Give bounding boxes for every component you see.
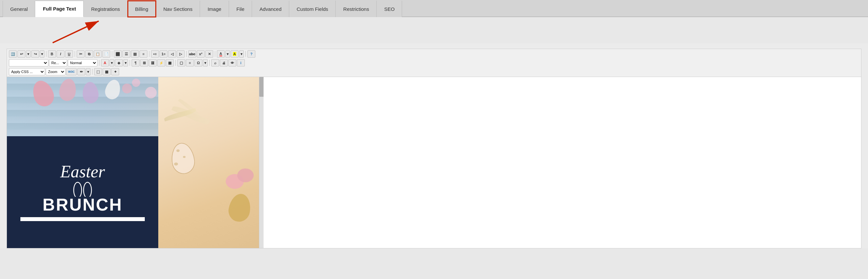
tab-billing[interactable]: Billing: [128, 1, 156, 17]
editor-image-area: Easter BRUNCH: [7, 77, 264, 248]
find-button[interactable]: ⌕: [211, 59, 219, 66]
font-color2-icon: A: [104, 61, 106, 65]
tab-bar: General Full Page Text Registrations Bil…: [0, 0, 868, 17]
underline-icon: U: [68, 52, 70, 56]
remove-format-button[interactable]: ✕: [205, 50, 213, 58]
tab-file[interactable]: File: [229, 1, 252, 17]
editor-body[interactable]: Easter BRUNCH: [7, 77, 861, 248]
separator7: [245, 51, 246, 57]
brunch-label: BRUNCH: [42, 196, 122, 213]
table2-button[interactable]: ▦: [166, 59, 174, 66]
highlight-dropdown[interactable]: ▾: [239, 50, 244, 58]
indent-less-icon: ◁: [171, 52, 174, 56]
list2-button[interactable]: ≡: [186, 59, 194, 66]
remove-format-icon: ✕: [208, 52, 211, 56]
table-insert-button[interactable]: ⊞: [140, 59, 148, 66]
redo-button[interactable]: ↪: [31, 50, 39, 58]
fill-color-icon: ◈: [118, 61, 120, 65]
tab-restrictions[interactable]: Restrictions: [336, 1, 376, 17]
special-chars-dropdown[interactable]: ▾: [203, 59, 208, 66]
tab-advanced[interactable]: Advanced: [252, 1, 289, 17]
zoom-select[interactable]: Zoom: [46, 68, 65, 75]
font-color2-button[interactable]: A: [101, 59, 109, 66]
format-select[interactable]: Normal: [68, 59, 97, 66]
tab-nav-sections[interactable]: Nav Sections: [156, 1, 200, 17]
editor-panel: 🔤 ↩ ▾ ↪ ▾ B I: [7, 49, 861, 248]
strikethrough-button[interactable]: abc: [188, 50, 196, 58]
undo-dropdown[interactable]: ▾: [26, 50, 31, 58]
print-button[interactable]: 🖨: [220, 59, 228, 66]
font-size-select[interactable]: Re...: [49, 59, 67, 66]
bullet-list-button[interactable]: •≡: [151, 50, 159, 58]
spot2: [183, 156, 186, 158]
font-color-button[interactable]: A: [217, 50, 225, 58]
tab-full-page-text[interactable]: Full Page Text: [35, 1, 84, 17]
svg-line-1: [53, 21, 99, 43]
spell-check-button[interactable]: 🔤: [9, 50, 17, 58]
select-all-icon: ⬚: [96, 70, 100, 74]
tab-image[interactable]: Image: [200, 1, 229, 17]
css-select[interactable]: Apply CSS ...: [9, 68, 45, 75]
separator4: [149, 51, 149, 57]
blocks-icon: ▦: [105, 70, 108, 74]
info-button[interactable]: i: [237, 59, 245, 66]
w3c-button[interactable]: W3C: [66, 68, 77, 75]
align-center-button[interactable]: ☰: [122, 50, 130, 58]
font-color2-dropdown[interactable]: ▾: [110, 59, 114, 66]
image-insert-icon: 🖼: [151, 61, 154, 65]
spell-check-icon: 🔤: [11, 52, 15, 56]
superscript-button[interactable]: x²: [197, 50, 205, 58]
fill-color-button[interactable]: ◈: [115, 59, 123, 66]
paste-icon: 📋: [96, 52, 100, 56]
tab-seo[interactable]: SEO: [377, 1, 402, 17]
fill-color-dropdown[interactable]: ▾: [123, 59, 128, 66]
edit-dropdown[interactable]: ▾: [86, 68, 91, 75]
font-color-icon: A: [219, 52, 222, 56]
indent-more-button[interactable]: ▷: [177, 50, 185, 58]
indent-more-icon: ▷: [179, 52, 182, 56]
editor-scrollbar[interactable]: [259, 77, 264, 248]
italic-button[interactable]: I: [57, 50, 64, 58]
tab-general[interactable]: General: [3, 1, 35, 17]
image-insert-button[interactable]: 🖼: [149, 59, 157, 66]
align-right-button[interactable]: ▤: [131, 50, 139, 58]
preview-button[interactable]: 👁: [228, 59, 236, 66]
align-right-icon: ▤: [133, 52, 136, 56]
edit-source-button[interactable]: ✏: [77, 68, 85, 75]
print-icon: 🖨: [222, 61, 225, 65]
indent-less-button[interactable]: ◁: [168, 50, 176, 58]
flash-button[interactable]: ⚡: [157, 59, 165, 66]
cleanup-button[interactable]: ✦: [111, 68, 119, 75]
para-button[interactable]: ¶: [132, 59, 140, 66]
bold-button[interactable]: B: [48, 50, 56, 58]
highlight-button[interactable]: A: [231, 50, 239, 58]
flower1: [122, 84, 132, 93]
separator2: [75, 51, 75, 57]
underline-button[interactable]: U: [65, 50, 73, 58]
table-insert-icon: ⊞: [143, 61, 146, 65]
special-chars-button[interactable]: Ω: [194, 59, 203, 66]
paste-text-icon: 📄: [105, 52, 108, 56]
cut-button[interactable]: ✂: [77, 50, 85, 58]
tab-custom-fields[interactable]: Custom Fields: [289, 1, 336, 17]
blocks-button[interactable]: ▦: [103, 68, 111, 75]
undo-button[interactable]: ↩: [18, 50, 25, 58]
cut-icon: ✂: [79, 52, 82, 56]
redo-dropdown[interactable]: ▾: [40, 50, 44, 58]
paste-button[interactable]: 📋: [94, 50, 102, 58]
frame-icon: ▢: [180, 61, 183, 65]
frame-button[interactable]: ▢: [177, 59, 185, 66]
align-left-button[interactable]: ⬛: [114, 50, 122, 58]
num-list-button[interactable]: 1≡: [160, 50, 167, 58]
select-all-button[interactable]: ⬚: [94, 68, 102, 75]
help-button[interactable]: ?: [247, 50, 255, 58]
scrollbar-thumb[interactable]: [259, 77, 264, 97]
separator3: [112, 51, 112, 57]
font-color-dropdown[interactable]: ▾: [225, 50, 230, 58]
bullet-list-icon: •≡: [153, 52, 157, 56]
font-family-select[interactable]: [9, 59, 49, 66]
tab-registrations[interactable]: Registrations: [84, 1, 128, 17]
copy-button[interactable]: ⧉: [85, 50, 93, 58]
align-justify-button[interactable]: ≡: [140, 50, 147, 58]
paste-text-button[interactable]: 📄: [102, 50, 110, 58]
